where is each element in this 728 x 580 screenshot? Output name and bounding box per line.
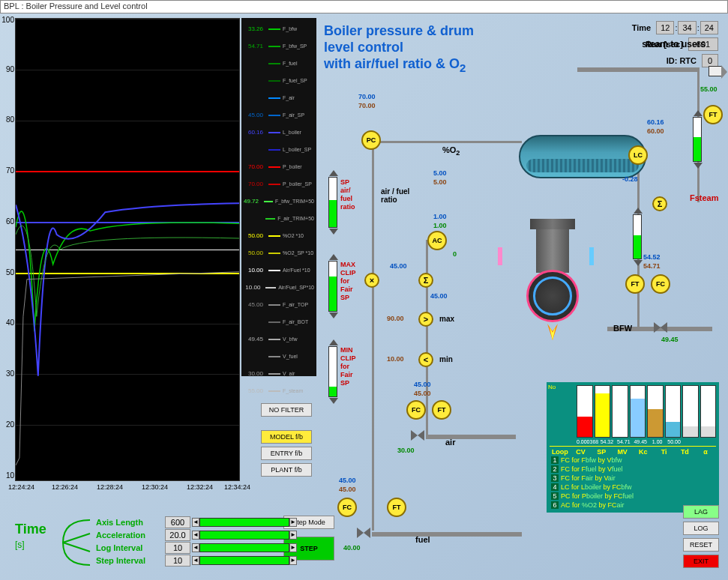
tuning-bar[interactable]	[700, 385, 717, 438]
pc-sp: 70.00	[358, 93, 376, 100]
legend-row[interactable]: 54.71F_bfw_SP	[244, 37, 314, 55]
o2-label: %O2	[442, 145, 460, 157]
legend-row[interactable]: 70.00P_boiler	[244, 158, 314, 175]
tuning-bar[interactable]	[595, 385, 611, 438]
time-row: Acceleration20.0◄►	[96, 528, 297, 541]
loop-row[interactable]: 5PC for Pboiler by FCfuel	[550, 492, 716, 501]
tuning-bar[interactable]	[577, 385, 593, 438]
time-slider[interactable]	[199, 543, 289, 552]
decrement-button[interactable]: ◄	[192, 531, 199, 540]
lc-pv: 60.00	[647, 127, 664, 135]
time-value[interactable]: 20.0	[165, 529, 190, 541]
o2-sp: 5.00	[433, 169, 447, 177]
plant-fb-button[interactable]: PLANT f/b	[261, 463, 312, 477]
legend-row[interactable]: 45.00F_air_TOP	[244, 296, 314, 313]
fc-bfw-instrument[interactable]: FC	[651, 274, 670, 294]
ft-air-instrument[interactable]: FT	[432, 400, 451, 420]
increment-button[interactable]: ►	[289, 543, 297, 552]
tuning-bar[interactable]	[630, 385, 646, 438]
legend-row[interactable]: F_fuel_SP	[244, 72, 314, 89]
legend-row[interactable]: F_fuel	[244, 55, 314, 72]
fc-fuel-sp: 45.00	[339, 477, 356, 484]
legend-row[interactable]: V_fuel	[244, 348, 314, 365]
log-button[interactable]: LOG	[683, 522, 719, 535]
legend-row[interactable]: F_air_TRIM+50	[244, 210, 314, 227]
legend-row[interactable]: 49.45V_bfw	[244, 330, 314, 348]
y-tick: 60	[0, 217, 14, 226]
loop-row[interactable]: 1FC for Fbfw by Vbfw	[550, 456, 716, 465]
y-tick: 80	[0, 115, 14, 124]
time-slider[interactable]	[199, 518, 289, 527]
model-fb-button[interactable]: MODEL f/b	[261, 430, 312, 444]
fc-fuel-pv: 45.00	[339, 486, 356, 493]
y-tick: 100	[0, 16, 14, 24]
reset-button[interactable]: RESET	[683, 538, 719, 552]
time-row: Axis Length600◄►	[96, 516, 297, 528]
legend-row[interactable]: 55.00F_steam	[244, 382, 314, 399]
ft-bfw-sp: 54.52	[643, 253, 661, 261]
legend-row[interactable]: L_boiler_SP	[244, 141, 314, 158]
loop-row[interactable]: 2FC for Ffuel by Vfuel	[550, 465, 716, 474]
tuning-no-label: No	[548, 384, 556, 390]
x-tick: 12:28:24	[97, 483, 123, 491]
fc-air-pv: 45.00	[414, 390, 431, 397]
tuning-panel: No 0.00036854.3254.7149.451.0050.00 Loop…	[547, 382, 719, 513]
pc-instrument[interactable]: PC	[361, 130, 381, 150]
decrement-button[interactable]: ◄	[192, 556, 199, 565]
x-tick: 12:24:24	[8, 483, 34, 491]
increment-button[interactable]: ►	[289, 556, 297, 565]
time-m: 34	[678, 21, 696, 34]
entry-fb-button[interactable]: ENTRY f/b	[261, 447, 312, 460]
no-filter-button[interactable]: NO FILTER	[261, 403, 312, 417]
fuel-valve-val: 40.00	[343, 544, 361, 552]
time-value[interactable]: 600	[165, 516, 190, 528]
legend-row[interactable]: 33.26F_bfw	[244, 20, 314, 37]
y-tick: 50	[0, 268, 14, 277]
legend-row[interactable]: 10.00Air/Fuel_SP*10	[244, 279, 314, 296]
legend-row[interactable]: 60.16L_boiler	[244, 124, 314, 141]
time-value[interactable]: 10	[165, 555, 190, 567]
legend-row[interactable]: 70.00P_boiler_SP	[244, 175, 314, 193]
furnace-icon	[519, 232, 586, 337]
ft-fuel-instrument[interactable]: FT	[387, 498, 406, 517]
sum-out: 45.00	[430, 292, 448, 300]
legend-row[interactable]: 45.00F_air_SP	[244, 106, 314, 124]
increment-button[interactable]: ►	[289, 531, 297, 540]
legend-row[interactable]: F_air	[244, 89, 314, 106]
time-title: Time	[15, 522, 46, 537]
lc-out: -0.28	[622, 175, 638, 183]
legend-row[interactable]: 49.72F_bfw_TRIM+50	[244, 193, 314, 210]
loop-row[interactable]: 3FC for Fair by Vair	[550, 474, 716, 483]
steam-gauge[interactable]	[693, 117, 702, 162]
legend-row[interactable]: 50.00%O2_SP *10	[244, 244, 314, 262]
lag-button[interactable]: LAG	[683, 505, 719, 519]
tuning-bar[interactable]	[612, 385, 628, 438]
legend-row[interactable]: 50.00%O2 *10	[244, 227, 314, 244]
fc-fuel-instrument[interactable]: FC	[337, 498, 357, 517]
max-select-icon: >	[418, 312, 433, 327]
legend-row[interactable]: 10.00Air/Fuel *10	[244, 262, 314, 279]
lc-instrument[interactable]: LC	[628, 145, 648, 165]
decrement-button[interactable]: ◄	[192, 518, 199, 527]
chart-canvas[interactable]: 100 90 80 70 60 50 40 30 20 10 12:24:24 …	[15, 18, 240, 481]
exit-button[interactable]: EXIT	[683, 555, 719, 568]
y-tick: 90	[0, 65, 14, 73]
time-slider[interactable]	[199, 556, 289, 565]
legend-row[interactable]: 30.00V_air	[244, 365, 314, 382]
ac-instrument[interactable]: AC	[427, 231, 447, 250]
tuning-bar[interactable]	[665, 385, 682, 438]
ft-steam-instrument[interactable]: FT	[703, 105, 723, 124]
increment-button[interactable]: ►	[289, 518, 297, 527]
window-titlebar: BPL : Boiler Pressure and Level control	[0, 0, 728, 13]
bfw-gauge[interactable]	[633, 214, 642, 259]
decrement-button[interactable]: ◄	[192, 543, 199, 552]
tuning-bar[interactable]	[682, 385, 699, 438]
fc-air-instrument[interactable]: FC	[406, 400, 426, 420]
legend-row[interactable]: F_air_BOT	[244, 313, 314, 330]
time-unit: [s]	[15, 540, 25, 550]
loop-row[interactable]: 4LC for Lboiler by FCbfw	[550, 483, 716, 492]
time-value[interactable]: 10	[165, 542, 190, 554]
ft-bfw-instrument[interactable]: FT	[625, 274, 645, 294]
tuning-bar[interactable]	[647, 385, 664, 438]
time-slider[interactable]	[199, 531, 289, 540]
